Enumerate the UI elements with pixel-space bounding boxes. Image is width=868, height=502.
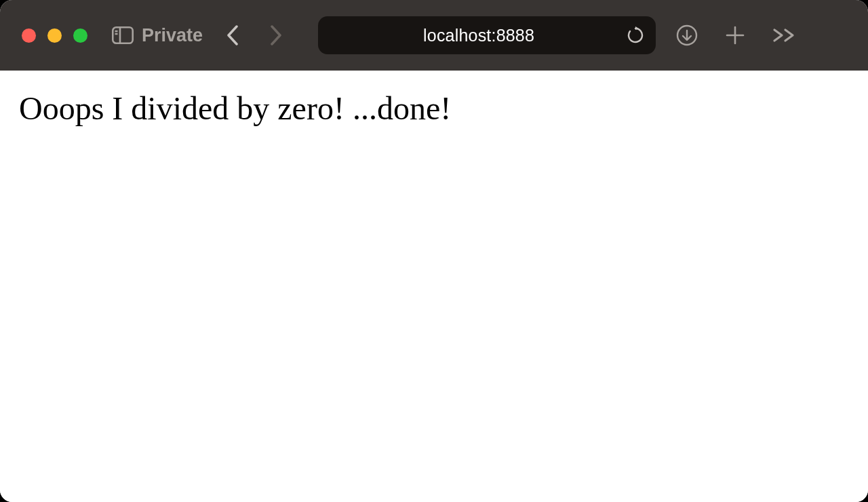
address-bar[interactable]: localhost:8888 bbox=[318, 16, 656, 54]
address-text: localhost:8888 bbox=[330, 26, 627, 45]
forward-button bbox=[267, 22, 285, 49]
page-body-text: Ooops I divided by zero! ...done! bbox=[19, 91, 849, 127]
new-tab-button[interactable] bbox=[725, 25, 745, 45]
fullscreen-window-button[interactable] bbox=[73, 28, 87, 43]
window-controls bbox=[22, 28, 87, 43]
downloads-button[interactable] bbox=[676, 24, 698, 46]
svg-rect-0 bbox=[113, 27, 132, 43]
sidebar-toggle-icon bbox=[112, 26, 134, 44]
close-window-button[interactable] bbox=[22, 28, 36, 43]
private-label: Private bbox=[142, 25, 203, 46]
minimize-window-button[interactable] bbox=[47, 28, 62, 43]
browser-window: Private localhost:8888 bbox=[0, 0, 868, 502]
back-button[interactable] bbox=[223, 22, 242, 49]
page-content: Ooops I divided by zero! ...done! bbox=[0, 71, 868, 502]
navigation-buttons bbox=[223, 22, 285, 49]
reload-icon[interactable] bbox=[627, 26, 644, 44]
private-mode-indicator[interactable]: Private bbox=[112, 25, 203, 46]
toolbar-right-icons bbox=[676, 24, 797, 46]
browser-toolbar: Private localhost:8888 bbox=[0, 0, 868, 71]
show-more-button[interactable] bbox=[772, 28, 797, 43]
